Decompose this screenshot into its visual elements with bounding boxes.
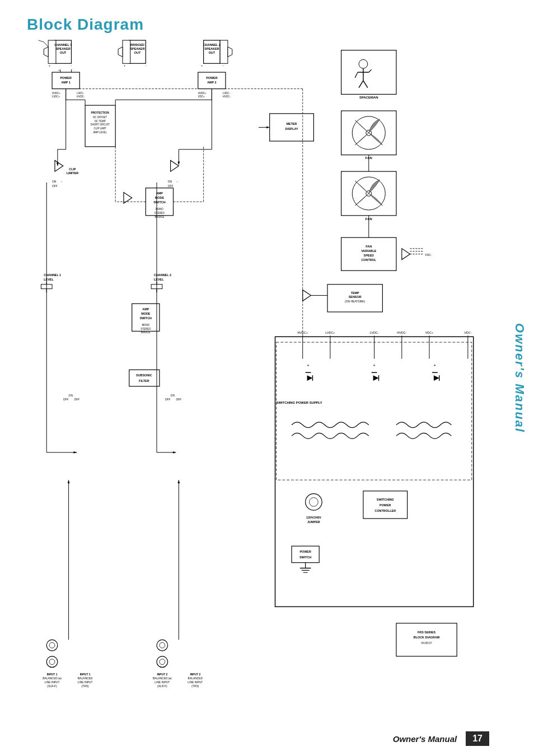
svg-text:←: ←: [176, 180, 179, 183]
svg-text:LINE INPUT: LINE INPUT: [154, 681, 170, 684]
svg-text:STEREO: STEREO: [140, 327, 151, 330]
svg-line-9: [38, 40, 44, 42]
svg-text:HVDC-: HVDC-: [223, 95, 231, 98]
svg-text:JUMPER: JUMPER: [307, 520, 320, 524]
svg-text:OFF: OFF: [74, 398, 79, 401]
svg-text:SWITCHING: SWITCHING: [377, 498, 394, 501]
svg-text:LEVEL: LEVEL: [154, 278, 164, 281]
svg-text:MONO: MONO: [142, 324, 149, 326]
svg-text:DC OFFSET: DC OFFSET: [93, 116, 107, 119]
svg-point-111: [49, 642, 55, 648]
svg-text:ON: ON: [171, 394, 175, 397]
svg-text:TEMP: TEMP: [351, 291, 359, 295]
svg-text:HVDC-: HVDC-: [397, 331, 406, 334]
svg-text:POWER: POWER: [299, 550, 311, 553]
svg-text:AMP: AMP: [156, 192, 163, 195]
svg-text:CONTROLLER: CONTROLLER: [375, 509, 396, 512]
svg-text:VDC-: VDC-: [425, 254, 432, 256]
svg-text:+: +: [307, 363, 310, 368]
svg-text:LVDC+: LVDC+: [325, 331, 335, 334]
svg-text:VDC+: VDC+: [425, 331, 434, 334]
svg-text:OFF: OFF: [168, 185, 174, 188]
svg-text:+: +: [434, 363, 437, 368]
svg-text:BRIDGE: BRIDGE: [154, 216, 164, 218]
svg-text:←: ←: [60, 180, 63, 183]
svg-text:OC TEMP: OC TEMP: [95, 120, 106, 123]
svg-line-180: [355, 72, 358, 78]
svg-marker-210: [303, 290, 311, 301]
svg-text:SWITCH: SWITCH: [140, 316, 152, 320]
svg-text:ON: ON: [69, 394, 73, 397]
svg-text:+: +: [201, 64, 203, 67]
svg-text:HVDC+: HVDC+: [52, 92, 60, 95]
svg-point-109: [49, 659, 55, 665]
sidebar: Owner's Manual: [505, 0, 534, 756]
svg-marker-199: [402, 249, 410, 260]
svg-text:LINE INPUT: LINE INPUT: [78, 681, 93, 684]
svg-text:(XLR-F): (XLR-F): [157, 685, 167, 688]
svg-point-121: [160, 659, 165, 665]
svg-point-108: [46, 656, 58, 668]
sidebar-label: Owner's Manual: [512, 323, 527, 433]
svg-text:OFF: OFF: [63, 398, 69, 401]
svg-text:VDC-: VDC-: [464, 331, 471, 334]
svg-point-159: [310, 498, 318, 507]
svg-text:+: +: [58, 69, 60, 72]
svg-point-123: [160, 642, 165, 648]
svg-text:INPUT 1: INPUT 1: [47, 673, 58, 676]
svg-text:OUT: OUT: [134, 51, 141, 54]
svg-text:POWER: POWER: [206, 76, 218, 80]
svg-text:BLOCK DIAGRAM: BLOCK DIAGRAM: [414, 636, 440, 639]
svg-text:LVDC-: LVDC-: [370, 331, 379, 334]
page-title: Block Diagram: [27, 16, 144, 34]
svg-text:STEREO: STEREO: [154, 212, 165, 214]
svg-point-175: [359, 59, 368, 68]
svg-text:+: +: [48, 64, 50, 67]
svg-text:ON: ON: [168, 180, 172, 183]
svg-text:INPUT 2: INPUT 2: [190, 673, 200, 676]
svg-text:FRS SERIES: FRS SERIES: [418, 631, 436, 634]
svg-text:FAN: FAN: [366, 245, 372, 248]
svg-text:-: -: [223, 64, 224, 67]
svg-text:OUT: OUT: [60, 51, 67, 54]
svg-text:AMP 1: AMP 1: [61, 81, 70, 84]
svg-point-120: [157, 656, 168, 668]
svg-text:+: +: [373, 363, 376, 368]
svg-text:04.08.07: 04.08.07: [421, 642, 432, 645]
svg-text:VARIABLE: VARIABLE: [361, 249, 377, 253]
svg-marker-152: [307, 375, 313, 381]
svg-text:-: -: [146, 64, 147, 67]
svg-text:-: -: [71, 64, 72, 67]
svg-text:SENSOR: SENSOR: [349, 295, 362, 298]
svg-point-122: [157, 640, 168, 651]
svg-text:VDC+: VDC+: [198, 95, 205, 98]
svg-text:LIMITER: LIMITER: [67, 171, 79, 175]
svg-marker-24: [118, 47, 123, 57]
svg-text:CLIP: CLIP: [69, 167, 76, 171]
svg-text:+: +: [124, 64, 126, 67]
svg-text:SHORT CIRCUIT: SHORT CIRCUIT: [90, 123, 110, 126]
svg-text:(TRS): (TRS): [82, 685, 89, 688]
svg-text:LEVEL: LEVEL: [44, 278, 54, 281]
svg-text:OFF: OFF: [52, 185, 58, 188]
svg-text:120V/240V: 120V/240V: [306, 516, 321, 519]
svg-text:-: -: [72, 69, 73, 72]
block-diagram-svg: + - CHANNEL 1 SPEAKER OUT POWER AMP 1 + …: [17, 39, 500, 722]
svg-marker-63: [171, 160, 179, 171]
svg-text:SWITCHING POWER SUPPLY: SWITCHING POWER SUPPLY: [276, 401, 322, 404]
svg-text:INPUT 1: INPUT 1: [80, 673, 91, 676]
svg-text:SPEAKER: SPEAKER: [204, 47, 219, 50]
svg-text:SPEAKER: SPEAKER: [130, 47, 144, 50]
svg-text:SUBSONIC: SUBSONIC: [136, 374, 152, 377]
footer-title: Owner's Manual: [393, 734, 457, 744]
svg-rect-212: [396, 623, 457, 656]
svg-marker-7: [44, 47, 48, 57]
svg-marker-30: [228, 47, 232, 57]
svg-text:LINE INPUT: LINE INPUT: [45, 681, 60, 684]
svg-text:(TRS): (TRS): [191, 685, 199, 688]
svg-text:BALANCED: BALANCED: [78, 677, 93, 680]
svg-text:AMP LEVEL: AMP LEVEL: [93, 131, 107, 134]
svg-text:BALANCED: BALANCED: [188, 677, 203, 680]
svg-text:BALANCED (♦): BALANCED (♦): [43, 677, 62, 680]
svg-text:LVDC-: LVDC-: [77, 92, 84, 95]
